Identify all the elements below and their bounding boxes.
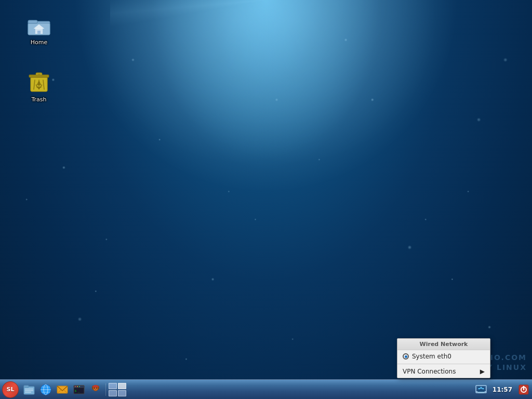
- svg-point-29: [75, 386, 76, 387]
- gimp-button[interactable]: [88, 382, 103, 397]
- svg-point-39: [95, 389, 97, 390]
- sl-menu-button[interactable]: SL: [2, 381, 19, 398]
- desktop-3-btn[interactable]: [109, 390, 117, 396]
- desktop: Home: [0, 0, 532, 399]
- power-tray-icon[interactable]: [517, 383, 530, 396]
- svg-point-37: [94, 388, 95, 389]
- svg-point-31: [79, 386, 80, 387]
- connection-radio: [403, 353, 409, 360]
- desktop-1-btn[interactable]: [109, 383, 117, 389]
- popup-divider: [397, 364, 490, 364]
- svg-point-30: [77, 386, 78, 387]
- home-icon[interactable]: Home: [18, 10, 60, 48]
- desktop-4-btn[interactable]: [118, 390, 126, 396]
- trash-icon-image: [26, 70, 51, 95]
- submenu-arrow: ▶: [480, 368, 485, 375]
- quicklaunch-area: $ _: [21, 382, 104, 397]
- taskbar-separator-1: [105, 383, 106, 396]
- trash-icon[interactable]: Trash: [18, 68, 60, 105]
- svg-rect-17: [25, 390, 33, 391]
- network-popup: Wired Network System eth0 VPN Connection…: [397, 338, 490, 378]
- popup-connection[interactable]: System eth0: [397, 350, 490, 363]
- svg-rect-2: [28, 20, 37, 23]
- email-button[interactable]: [55, 382, 70, 397]
- trash-label: Trash: [30, 96, 48, 103]
- popup-header: Wired Network: [397, 339, 490, 350]
- network-tray-icon[interactable]: [475, 383, 487, 396]
- home-label: Home: [29, 38, 49, 46]
- terminal-button[interactable]: $ _: [71, 382, 87, 397]
- svg-rect-13: [37, 74, 41, 75]
- virtual-desktops[interactable]: [108, 382, 127, 397]
- vpn-connections[interactable]: VPN Connections ▶: [397, 365, 490, 378]
- connection-label: System eth0: [412, 353, 451, 360]
- browser-button[interactable]: [38, 382, 54, 397]
- taskbar: SL: [0, 379, 532, 399]
- desktop-2-btn[interactable]: [118, 383, 126, 389]
- svg-rect-18: [25, 392, 31, 393]
- svg-rect-15: [24, 385, 29, 388]
- system-clock[interactable]: 11:57: [489, 386, 515, 393]
- home-icon-image: [26, 12, 51, 37]
- system-tray: 11:57: [475, 383, 530, 396]
- svg-rect-41: [94, 385, 97, 387]
- vpn-label: VPN Connections: [403, 368, 456, 375]
- svg-point-38: [96, 388, 97, 389]
- svg-rect-5: [37, 31, 41, 34]
- file-manager-button[interactable]: [21, 382, 37, 397]
- svg-rect-16: [25, 389, 33, 390]
- svg-text:$ _: $ _: [75, 389, 80, 393]
